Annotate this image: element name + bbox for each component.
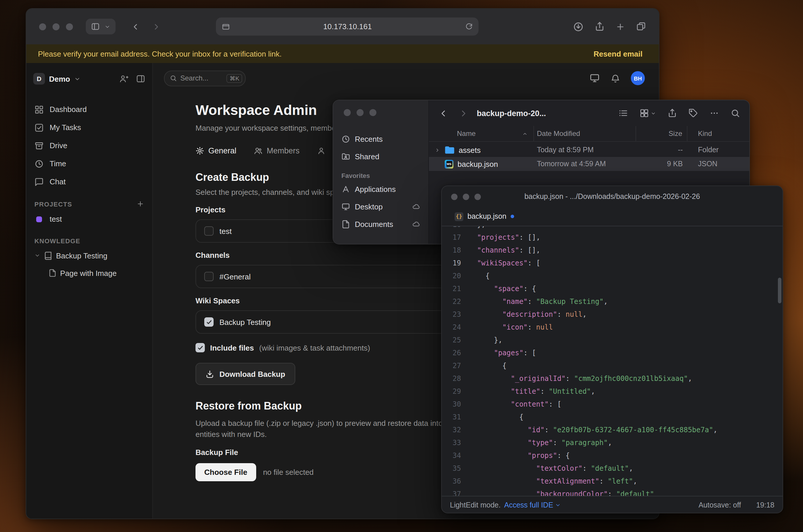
finder-item-desktop[interactable]: Desktop <box>333 198 428 215</box>
minimize-button[interactable] <box>357 109 363 116</box>
search-input[interactable]: Search... ⌘K <box>164 70 246 86</box>
close-button[interactable] <box>39 23 46 30</box>
finder-item-applications[interactable]: Applications <box>333 180 428 198</box>
knowledge-header: KNOWLEDGE <box>34 238 144 244</box>
column-label: Name <box>457 130 475 138</box>
finder-share-button[interactable] <box>668 109 677 118</box>
workspace-switcher[interactable]: D Demo <box>26 69 152 89</box>
forward-button[interactable] <box>459 108 469 118</box>
include-files-checkbox[interactable] <box>195 343 205 352</box>
channel-option-general[interactable]: #General <box>196 265 447 288</box>
url-text[interactable]: 10.173.10.161 <box>230 22 465 31</box>
editor-code[interactable]: }, "projects": [], "channels": [], "wiki… <box>469 226 783 496</box>
json-icon: {} <box>454 212 463 221</box>
file-date: Tomorrow at 4:59 AM <box>534 160 636 168</box>
download-backup-button[interactable]: Download Backup <box>195 363 295 385</box>
file-row-backup-json[interactable]: ws backup.json Tomorrow at 4:59 AM 9 KB … <box>429 157 749 171</box>
tab-partial[interactable] <box>317 146 326 155</box>
column-header-name[interactable]: Name <box>429 126 534 141</box>
checkbox-unchecked[interactable] <box>204 272 213 281</box>
sidebar-item-time[interactable]: Time <box>26 155 152 173</box>
column-header-date-modified[interactable]: Date Modified <box>534 126 636 141</box>
project-color-dot <box>36 216 42 222</box>
finder-item-shared[interactable]: Shared <box>333 148 428 165</box>
zoom-button[interactable] <box>66 23 73 30</box>
shared-folder-icon <box>341 152 350 161</box>
editor-title: backup.json - .../Downloads/backup-demo-… <box>442 186 783 207</box>
chevron-down-icon[interactable] <box>34 252 40 259</box>
search-icon <box>170 75 177 82</box>
tab-members[interactable]: Members <box>254 146 300 155</box>
zoom-button[interactable] <box>474 194 481 200</box>
banner-text: Please verify your email address. Check … <box>38 49 282 58</box>
back-button[interactable] <box>438 108 448 118</box>
forward-button[interactable] <box>152 22 161 31</box>
column-header-size[interactable]: Size <box>636 126 688 141</box>
site-settings-icon[interactable] <box>222 22 230 31</box>
downloads-button[interactable] <box>573 21 583 32</box>
group-view-button[interactable] <box>640 109 656 118</box>
wiki-page-label: Page with Image <box>60 269 117 278</box>
column-header-kind[interactable]: Kind <box>688 126 749 141</box>
sidebar-item-dashboard[interactable]: Dashboard <box>26 100 152 118</box>
sidebar-item-page-with-image[interactable]: Page with Image <box>26 264 152 282</box>
checkbox-checked[interactable] <box>204 317 213 327</box>
sidebar-item-label: Drive <box>50 141 68 150</box>
new-tab-button[interactable] <box>616 22 625 31</box>
resend-email-link[interactable]: Resend email <box>594 49 642 58</box>
list-view-button[interactable] <box>619 109 628 118</box>
editor-traffic-lights <box>451 194 481 200</box>
more-button[interactable] <box>710 109 719 118</box>
zoom-button[interactable] <box>369 109 376 116</box>
finder-view-controls <box>619 109 740 118</box>
editor-scrollbar[interactable] <box>778 278 781 303</box>
add-project-button[interactable] <box>136 200 144 208</box>
finder-item-documents[interactable]: Documents <box>333 215 428 233</box>
close-button[interactable] <box>451 194 457 200</box>
notifications-button[interactable] <box>611 73 620 83</box>
include-files-label: Include files <box>210 343 254 352</box>
document-icon <box>341 220 350 228</box>
finder-item-label: Applications <box>355 185 396 193</box>
display-button[interactable] <box>590 73 600 83</box>
sidebar-item-label: Chat <box>50 177 66 186</box>
choose-file-button[interactable]: Choose File <box>195 463 256 481</box>
minimize-button[interactable] <box>463 194 469 200</box>
editor-tab-backup-json[interactable]: {} backup.json <box>448 207 521 226</box>
invite-user-button[interactable] <box>119 74 128 83</box>
disclosure-icon[interactable] <box>435 147 441 153</box>
wiki-option-backup-testing[interactable]: Backup Testing <box>196 311 447 333</box>
access-full-ide-link[interactable]: Access full IDE <box>504 501 561 509</box>
gear-icon <box>195 146 204 155</box>
sort-ascending-icon <box>522 131 527 136</box>
checkbox-unchecked[interactable] <box>204 226 213 236</box>
tab-general[interactable]: General <box>195 146 236 155</box>
autosave-text: Autosave: off <box>698 501 741 509</box>
editor-code-area[interactable]: 1617181920212223242526272829303132333435… <box>442 226 783 496</box>
finder-search-button[interactable] <box>731 109 740 118</box>
search-shortcut-badge: ⌘K <box>227 74 242 82</box>
option-label: #General <box>220 272 251 281</box>
address-bar[interactable]: 10.173.10.161 <box>216 18 479 36</box>
sidebar-item-drive[interactable]: Drive <box>26 136 152 155</box>
sidebar-item-backup-testing[interactable]: Backup Testing <box>26 247 152 264</box>
tags-button[interactable] <box>689 109 698 118</box>
back-button[interactable] <box>131 22 140 31</box>
wiki-space-label: Backup Testing <box>56 251 107 260</box>
tab-overview-button[interactable] <box>636 22 646 32</box>
sidebar-item-project-test[interactable]: test <box>26 210 152 228</box>
minimize-button[interactable] <box>53 23 59 30</box>
sidebar-toggle-button[interactable] <box>86 19 115 34</box>
file-row-assets[interactable]: assets Today at 8:59 PM -- Folder <box>429 143 749 157</box>
finder-item-recents[interactable]: Recents <box>333 130 428 148</box>
file-size: -- <box>636 146 688 154</box>
collapse-sidebar-button[interactable] <box>136 74 145 83</box>
project-label: test <box>50 215 62 223</box>
reload-button[interactable] <box>465 23 473 30</box>
avatar[interactable]: BH <box>631 71 645 85</box>
sidebar-item-my-tasks[interactable]: My Tasks <box>26 118 152 136</box>
share-button[interactable] <box>595 22 604 32</box>
sidebar-item-label: My Tasks <box>50 123 81 132</box>
close-button[interactable] <box>344 109 351 116</box>
sidebar-item-chat[interactable]: Chat <box>26 173 152 191</box>
